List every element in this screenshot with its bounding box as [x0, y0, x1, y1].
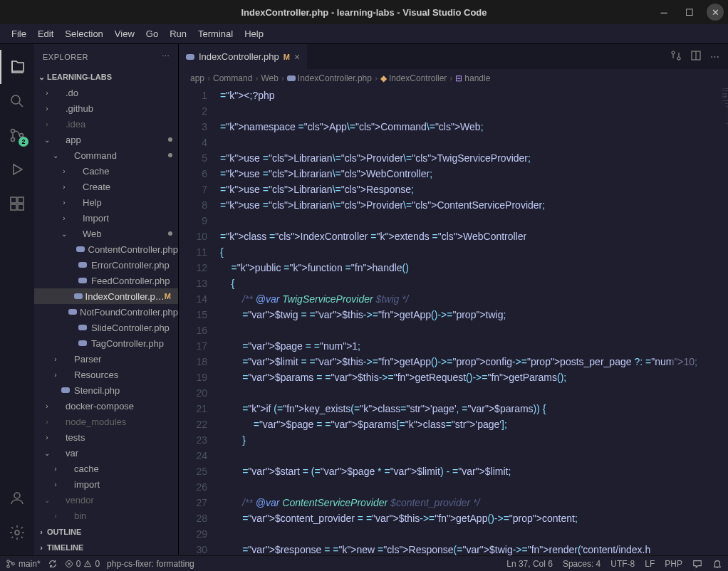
- sync-icon[interactable]: [48, 559, 58, 569]
- outline-section[interactable]: ›OUTLINE: [34, 524, 178, 540]
- activitybar: 2: [0, 44, 34, 555]
- svg-point-13: [7, 560, 10, 562]
- svg-rect-7: [18, 204, 24, 210]
- eol-status[interactable]: LF: [645, 559, 655, 569]
- tree-item--github[interactable]: ›.github: [34, 100, 178, 116]
- tree-item-import[interactable]: ›Import: [34, 210, 178, 226]
- breadcrumb-item[interactable]: Command: [213, 73, 252, 83]
- tree-item-parser[interactable]: ›Parser: [34, 351, 178, 367]
- titlebar: IndexController.php - learning-labs - Vi…: [0, 0, 728, 24]
- scm-badge: 2: [19, 137, 28, 147]
- menu-run[interactable]: Run: [164, 27, 192, 41]
- tree-item-var[interactable]: ⌄var: [34, 445, 178, 461]
- split-editor-icon[interactable]: [690, 50, 702, 63]
- problems-status[interactable]: 0 0: [65, 559, 100, 569]
- tree-item-slidecontroller-php[interactable]: SlideController.php: [34, 320, 178, 335]
- indentation-status[interactable]: Spaces: 4: [563, 559, 600, 569]
- sidebar: EXPLORER ⋯ ⌄LEARNING-LABS ›.do›.github›.…: [34, 44, 179, 555]
- tree-item-feedcontroller-php[interactable]: FeedController.php: [34, 273, 178, 288]
- account-icon[interactable]: [0, 481, 34, 515]
- menu-terminal[interactable]: Terminal: [192, 27, 239, 41]
- branch-status[interactable]: main*: [6, 559, 41, 569]
- svg-point-1: [11, 130, 15, 133]
- tree-item-create[interactable]: ›Create: [34, 179, 178, 194]
- feedback-icon[interactable]: [692, 559, 702, 569]
- svg-rect-4: [11, 197, 16, 203]
- debug-icon[interactable]: [0, 152, 34, 187]
- tree-item-tagcontroller-php[interactable]: TagController.php: [34, 335, 178, 351]
- code-content[interactable]: ="k"><;?php ="k">namespace ="cls">App\="…: [220, 88, 728, 555]
- explorer-icon[interactable]: [0, 50, 34, 84]
- tree-item-stencil-php[interactable]: Stencil.php: [34, 382, 178, 398]
- settings-icon[interactable]: [0, 515, 34, 550]
- line-numbers: 1234567891011121314151617181920212223242…: [179, 88, 220, 555]
- tree-item-cache[interactable]: ›cache: [34, 461, 178, 476]
- svg-point-11: [677, 57, 680, 60]
- svg-rect-5: [18, 197, 24, 203]
- tree-item-app[interactable]: ⌄app: [34, 132, 178, 147]
- sidebar-more-icon[interactable]: ⋯: [162, 52, 170, 61]
- extensions-icon[interactable]: [0, 187, 34, 221]
- tree-item-import[interactable]: ›import: [34, 476, 178, 492]
- minimize-button[interactable]: ─: [655, 4, 672, 21]
- formatter-status[interactable]: php-cs-fixer: formatting: [107, 559, 194, 569]
- tree-item--do[interactable]: ›.do: [34, 85, 178, 100]
- menu-help[interactable]: Help: [239, 27, 269, 41]
- menu-edit[interactable]: Edit: [32, 27, 59, 41]
- tree-item-docker-compose[interactable]: ›docker-compose: [34, 398, 178, 414]
- cursor-position[interactable]: Ln 37, Col 6: [506, 559, 553, 569]
- language-status[interactable]: PHP: [665, 559, 682, 569]
- svg-point-8: [14, 493, 20, 498]
- breadcrumb[interactable]: app›Command›Web› IndexController.php›◆ I…: [179, 69, 728, 88]
- encoding-status[interactable]: UTF-8: [610, 559, 635, 569]
- compare-changes-icon[interactable]: [670, 50, 682, 63]
- tree-item-node-modules[interactable]: ›node_modules: [34, 414, 178, 429]
- tree-item-indexcontroller-p-[interactable]: IndexController.p…M: [34, 288, 178, 304]
- tree-item-resources[interactable]: ›Resources: [34, 367, 178, 382]
- source-control-icon[interactable]: 2: [0, 118, 34, 152]
- breadcrumb-item[interactable]: app: [190, 73, 204, 83]
- minimap[interactable]: ="k"><;?php ="k">namespace ="cls">App\="…: [671, 88, 728, 555]
- tree-item-notfoundcontroller-php[interactable]: NotFoundController.php: [34, 304, 178, 320]
- notifications-icon[interactable]: [712, 559, 722, 569]
- svg-point-2: [11, 138, 15, 142]
- window-title: IndexController.php - learning-labs - Vi…: [241, 7, 487, 18]
- close-button[interactable]: ✕: [707, 4, 724, 21]
- tabs: IndexController.php M × ⋯: [179, 44, 728, 69]
- search-icon[interactable]: [0, 84, 34, 118]
- more-actions-icon[interactable]: ⋯: [710, 51, 719, 62]
- tree-item-command[interactable]: ⌄Command: [34, 147, 178, 163]
- workspace-section[interactable]: ⌄LEARNING-LABS: [34, 69, 178, 85]
- svg-point-14: [7, 565, 10, 567]
- tree-item-contentcontroller-php[interactable]: ContentController.php: [34, 241, 178, 257]
- tree-item-cache[interactable]: ›Cache: [34, 163, 178, 179]
- menu-view[interactable]: View: [109, 27, 140, 41]
- php-file-icon: [186, 54, 194, 60]
- close-tab-icon[interactable]: ×: [294, 51, 300, 63]
- modified-indicator: M: [284, 53, 290, 61]
- file-tree: ›.do›.github›.idea⌄app⌄Command›Cache›Cre…: [34, 85, 178, 524]
- breadcrumb-item[interactable]: IndexController.php: [287, 73, 372, 83]
- editor-actions: ⋯: [670, 44, 728, 69]
- menubar: FileEditSelectionViewGoRunTerminalHelp: [0, 24, 728, 44]
- tab-indexcontroller[interactable]: IndexController.php M ×: [179, 44, 308, 69]
- svg-point-9: [15, 530, 19, 535]
- tree-item-tests[interactable]: ›tests: [34, 429, 178, 445]
- breadcrumb-item[interactable]: Web: [261, 73, 278, 83]
- menu-file[interactable]: File: [6, 27, 32, 41]
- tree-item-bin[interactable]: ›bin: [34, 508, 178, 523]
- menu-go[interactable]: Go: [140, 27, 164, 41]
- breadcrumb-item[interactable]: ◆ IndexController: [380, 73, 447, 83]
- editor: IndexController.php M × ⋯ app›Command›We…: [179, 44, 728, 555]
- tree-item-web[interactable]: ⌄Web: [34, 226, 178, 241]
- tree-item--idea[interactable]: ›.idea: [34, 116, 178, 132]
- tree-item-vendor[interactable]: ⌄vendor: [34, 492, 178, 508]
- timeline-section[interactable]: ›TIMELINE: [34, 540, 178, 555]
- sidebar-title: EXPLORER ⋯: [34, 44, 178, 69]
- svg-point-0: [11, 95, 20, 104]
- tree-item-errorcontroller-php[interactable]: ErrorController.php: [34, 257, 178, 273]
- maximize-button[interactable]: ☐: [681, 4, 698, 21]
- breadcrumb-item[interactable]: ⊟ handle: [455, 73, 490, 83]
- tree-item-help[interactable]: ›Help: [34, 194, 178, 210]
- menu-selection[interactable]: Selection: [59, 27, 108, 41]
